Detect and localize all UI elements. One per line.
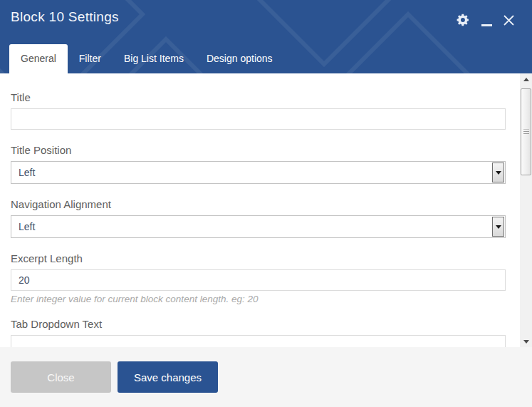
chevron-down-icon[interactable]: [492, 217, 504, 237]
modal-header: Block 10 Settings General Filter Big Lis…: [0, 0, 532, 73]
excerpt-length-help: Enter integer value for current block co…: [11, 294, 506, 305]
field-navigation-alignment: Navigation Alignment Left: [11, 198, 506, 238]
tab-design-options[interactable]: Design options: [195, 44, 284, 73]
excerpt-length-label: Excerpt Length: [11, 252, 506, 264]
save-changes-button[interactable]: Save changes: [118, 361, 218, 393]
chevron-down-icon[interactable]: [492, 163, 504, 182]
tab-dropdown-text-label: Tab Dropdown Text: [11, 318, 506, 330]
tab-dropdown-text-input[interactable]: [11, 335, 506, 347]
close-button[interactable]: Close: [11, 361, 111, 393]
close-icon[interactable]: [504, 15, 514, 26]
field-tab-dropdown-text: Tab Dropdown Text: [11, 318, 506, 347]
selected-value: Left: [11, 162, 505, 183]
scroll-up-icon[interactable]: [520, 73, 532, 85]
field-title-position: Title Position Left: [11, 144, 506, 184]
excerpt-length-input[interactable]: [11, 269, 506, 291]
gear-icon[interactable]: [456, 13, 470, 27]
modal-footer: Close Save changes: [0, 347, 532, 407]
title-position-select[interactable]: Left: [11, 161, 506, 184]
thumb-grip: [523, 130, 529, 135]
scroll-down-icon[interactable]: [520, 336, 532, 347]
modal-title: Block 10 Settings: [11, 9, 119, 25]
navigation-alignment-select[interactable]: Left: [11, 215, 506, 238]
modal-body: Title Title Position Left Navigation Ali…: [0, 73, 532, 347]
tab-filter[interactable]: Filter: [68, 44, 113, 73]
header-icons: [456, 11, 514, 29]
scrollbar-thumb[interactable]: [521, 88, 531, 175]
settings-form: Title Title Position Left Navigation Ali…: [0, 73, 532, 347]
block-settings-modal: Block 10 Settings General Filter Big Lis…: [0, 0, 532, 407]
tab-big-list-items[interactable]: Big List Items: [113, 44, 195, 73]
field-title: Title: [11, 91, 506, 130]
navigation-alignment-label: Navigation Alignment: [11, 198, 506, 210]
tab-general[interactable]: General: [9, 44, 68, 73]
field-excerpt-length: Excerpt Length Enter integer value for c…: [11, 252, 506, 305]
minimize-icon[interactable]: [481, 14, 492, 26]
selected-value: Left: [11, 216, 505, 237]
title-position-label: Title Position: [11, 144, 506, 156]
tab-bar: General Filter Big List Items Design opt…: [9, 44, 284, 73]
title-label: Title: [11, 91, 506, 103]
vertical-scrollbar[interactable]: [520, 73, 532, 347]
title-input[interactable]: [11, 108, 506, 130]
